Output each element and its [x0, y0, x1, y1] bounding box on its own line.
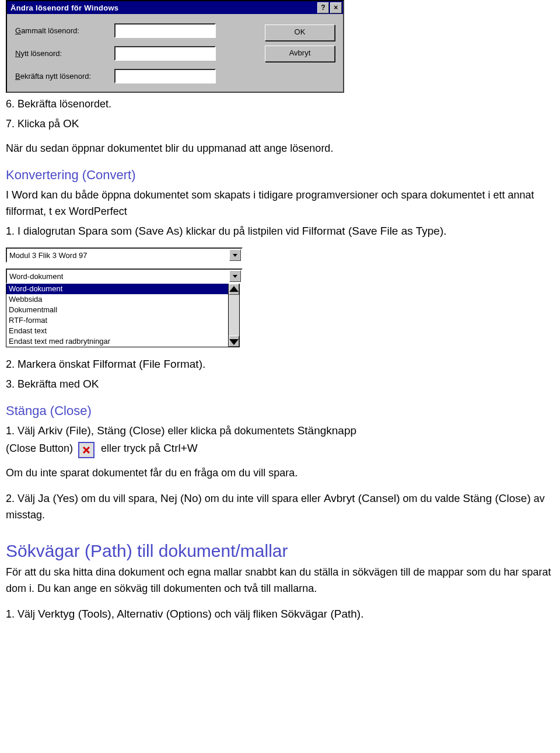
fileformat-combo[interactable]: Word-dokument	[6, 269, 243, 284]
convert-step1: 1. I dialogrutan Spara som (Save As) kli…	[6, 222, 554, 240]
new-password-label: Nytt lösenord:	[15, 49, 114, 58]
heading-convert: Konvertering (Convert)	[6, 165, 554, 185]
new-password-input[interactable]	[114, 46, 216, 61]
list-item[interactable]: Word-dokument	[6, 284, 228, 294]
heading-paths: Sökvägar (Path) till dokument/mallar	[6, 538, 554, 565]
filename-combo[interactable]: Modul 3 Flik 3 Word 97	[6, 247, 243, 263]
convert-step3: 3. Bekräfta med OK	[6, 375, 554, 393]
list-item[interactable]: Webbsida	[6, 294, 228, 305]
dialog-titlebar: Ändra lösenord för Windows ? ×	[7, 1, 343, 14]
old-password-input[interactable]	[114, 23, 216, 38]
heading-close: Stänga (Close)	[6, 401, 554, 421]
ok-button[interactable]: OK	[265, 25, 335, 41]
list-item[interactable]: Dokumentmall	[6, 305, 228, 315]
confirm-password-input[interactable]	[114, 69, 216, 83]
password-dialog: Ändra lösenord för Windows ? × Gammalt l…	[6, 0, 344, 93]
step-click-ok: 7. Klicka på OK	[6, 115, 554, 133]
list-item[interactable]: Endast text med radbrytningar	[6, 336, 228, 347]
list-item[interactable]: Endast text	[6, 326, 228, 336]
password-prompt-note: När du sedan öppnar dokumentet blir du u…	[6, 141, 554, 157]
fileformat-combo-value: Word-dokument	[9, 272, 63, 281]
fileformat-list[interactable]: Word-dokument Webbsida Dokumentmall RTF-…	[6, 283, 229, 347]
close-button[interactable]: ×	[330, 2, 342, 13]
paths-step1: 1. Välj Verktyg (Tools), Alternativ (Opt…	[6, 605, 554, 623]
filename-combo-value: Modul 3 Flik 3 Word 97	[9, 251, 87, 260]
dialog-title: Ändra lösenord för Windows	[10, 4, 316, 12]
close-step2: 2. Välj Ja (Yes) om du vill spara, Nej (…	[6, 490, 554, 524]
convert-step2: 2. Markera önskat Filformat (File Format…	[6, 355, 554, 373]
close-step1: 1. Välj Arkiv (File), Stäng (Close) elle…	[6, 422, 554, 457]
step-confirm-password: 6. Bekräfta lösenordet.	[6, 96, 554, 113]
paths-intro: För att du ska hitta dina dokument och e…	[6, 564, 554, 597]
scrollbar[interactable]	[229, 283, 240, 347]
scroll-up-icon[interactable]	[229, 284, 239, 295]
convert-intro: I Word kan du både öppna dokumentet som …	[6, 186, 554, 220]
chevron-down-icon[interactable]	[229, 249, 241, 261]
old-password-label: Gammalt lösenord:	[15, 26, 114, 35]
filename-combo-block: Modul 3 Flik 3 Word 97 Word-dokument Wor…	[6, 247, 554, 347]
help-button[interactable]: ?	[317, 2, 329, 13]
close-icon	[78, 442, 94, 458]
list-item[interactable]: RTF-format	[6, 315, 228, 326]
cancel-button[interactable]: Avbryt	[265, 46, 335, 62]
confirm-password-label: Bekräfta nytt lösenord:	[15, 72, 114, 81]
chevron-down-icon[interactable]	[229, 270, 241, 282]
scroll-down-icon[interactable]	[229, 336, 239, 347]
close-save-prompt: Om du inte sparat dokumentet får du en f…	[6, 465, 554, 482]
